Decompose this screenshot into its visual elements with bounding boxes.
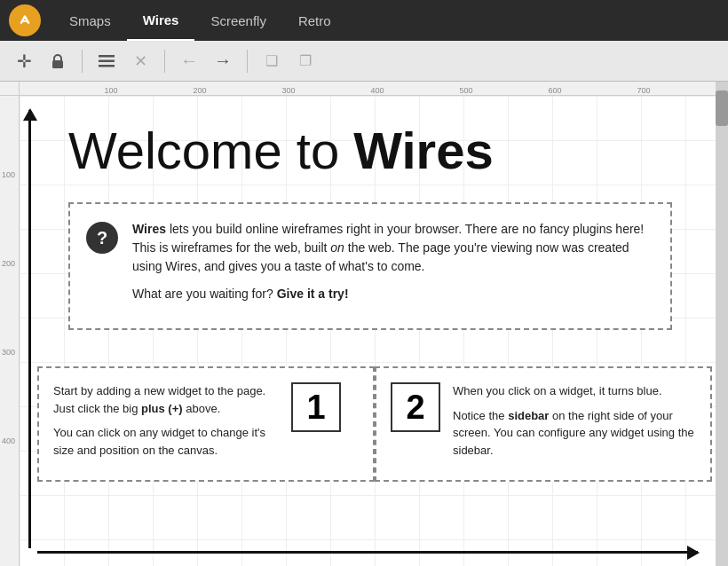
info-box: ? Wires lets you build online wireframes… bbox=[68, 202, 672, 330]
ruler-h-300: 300 bbox=[281, 86, 295, 95]
step2-sidebar-bold: sidebar bbox=[508, 409, 549, 422]
step1-plus: plus (+) bbox=[141, 402, 183, 415]
steps-area: Start by adding a new widget to the page… bbox=[37, 366, 712, 482]
ruler-h-700: 700 bbox=[637, 86, 650, 95]
nav-retro[interactable]: Retro bbox=[282, 0, 347, 41]
info-p2-prefix: What are you waiting for? bbox=[132, 287, 277, 301]
lock-tool-button[interactable] bbox=[43, 46, 73, 76]
step2-content: 2 When you click on a widget, it turns b… bbox=[391, 382, 696, 466]
step1-p1: Start by adding a new widget to the page… bbox=[53, 382, 279, 417]
paste-button[interactable]: ❐ bbox=[290, 46, 320, 76]
toolbar-sep-3 bbox=[247, 50, 248, 73]
question-icon: ? bbox=[86, 222, 118, 254]
step2-number: 2 bbox=[391, 382, 440, 432]
step2-p2: Notice the sidebar on the right side of … bbox=[453, 407, 696, 460]
forward-button[interactable]: → bbox=[208, 46, 238, 76]
ruler-h-600: 600 bbox=[548, 86, 561, 95]
step1-content: Start by adding a new widget to the page… bbox=[53, 382, 341, 466]
info-wires-bold: Wires bbox=[132, 222, 166, 236]
ruler-v-100: 100 bbox=[2, 170, 15, 179]
toolbar: ✛ ✕ ← → ❑ ❐ bbox=[0, 41, 728, 82]
logo[interactable] bbox=[9, 4, 41, 36]
navbar: Smaps Wires Screenfly Retro bbox=[0, 0, 728, 41]
step1-text-suffix: above. bbox=[183, 402, 221, 415]
back-button[interactable]: ← bbox=[174, 46, 204, 76]
ruler-h-500: 500 bbox=[459, 86, 472, 95]
horizontal-axis-arrow bbox=[37, 551, 698, 554]
info-paragraph-2: What are you waiting for? Give it a try! bbox=[132, 285, 654, 303]
ruler-v-300: 300 bbox=[2, 348, 15, 357]
step1-number: 1 bbox=[291, 382, 341, 432]
ruler-h-200: 200 bbox=[193, 86, 206, 95]
toolbar-sep-1 bbox=[82, 50, 83, 73]
nav-smaps[interactable]: Smaps bbox=[53, 0, 127, 41]
copy-button[interactable]: ❑ bbox=[257, 46, 287, 76]
canvas-wrapper: 100 200 300 400 100 200 300 400 500 600 … bbox=[0, 82, 728, 566]
menu-tool-button[interactable] bbox=[91, 46, 122, 76]
delete-tool-button[interactable]: ✕ bbox=[125, 46, 155, 76]
step2-box: 2 When you click on a widget, it turns b… bbox=[375, 366, 712, 482]
step2-text: When you click on a widget, it turns blu… bbox=[453, 382, 696, 466]
svg-rect-4 bbox=[99, 65, 115, 67]
svg-rect-3 bbox=[99, 59, 115, 62]
nav-wires[interactable]: Wires bbox=[127, 0, 195, 41]
scrollbar-thumb[interactable] bbox=[716, 90, 728, 126]
top-ruler: 100 200 300 400 500 600 700 bbox=[20, 82, 728, 96]
main-canvas-area[interactable]: 100 200 300 400 500 600 700 Welcome to W… bbox=[20, 82, 728, 566]
vertical-scrollbar[interactable] bbox=[716, 82, 728, 566]
step1-text: Start by adding a new widget to the page… bbox=[53, 382, 279, 466]
ruler-h-100: 100 bbox=[104, 86, 117, 95]
info-text: Wires lets you build online wireframes r… bbox=[132, 220, 654, 312]
ruler-v-200: 200 bbox=[2, 259, 15, 268]
move-tool-button[interactable]: ✛ bbox=[9, 46, 39, 76]
welcome-title: Welcome to Wires bbox=[68, 121, 494, 180]
welcome-prefix: Welcome to bbox=[68, 122, 353, 179]
info-paragraph-1: Wires lets you build online wireframes r… bbox=[132, 220, 654, 276]
step2-p1: When you click on a widget, it turns blu… bbox=[453, 382, 696, 400]
left-ruler: 100 200 300 400 bbox=[0, 82, 20, 566]
svg-rect-2 bbox=[99, 55, 115, 58]
svg-rect-1 bbox=[52, 60, 63, 68]
vertical-axis-arrow bbox=[28, 110, 31, 548]
canvas[interactable]: Welcome to Wires ? Wires lets you build … bbox=[20, 96, 716, 566]
welcome-bold: Wires bbox=[353, 122, 493, 179]
step1-box: Start by adding a new widget to the page… bbox=[37, 366, 375, 482]
ruler-h-400: 400 bbox=[370, 86, 384, 95]
step1-p2: You can click on any widget to change it… bbox=[53, 424, 279, 459]
ruler-v-400: 400 bbox=[2, 436, 15, 445]
nav-screenfly[interactable]: Screenfly bbox=[194, 0, 282, 41]
info-p2-cta: Give it a try! bbox=[277, 287, 349, 301]
toolbar-sep-2 bbox=[164, 50, 165, 73]
step2-p2-prefix: Notice the bbox=[453, 409, 508, 422]
info-p1-italic: on bbox=[330, 240, 344, 255]
